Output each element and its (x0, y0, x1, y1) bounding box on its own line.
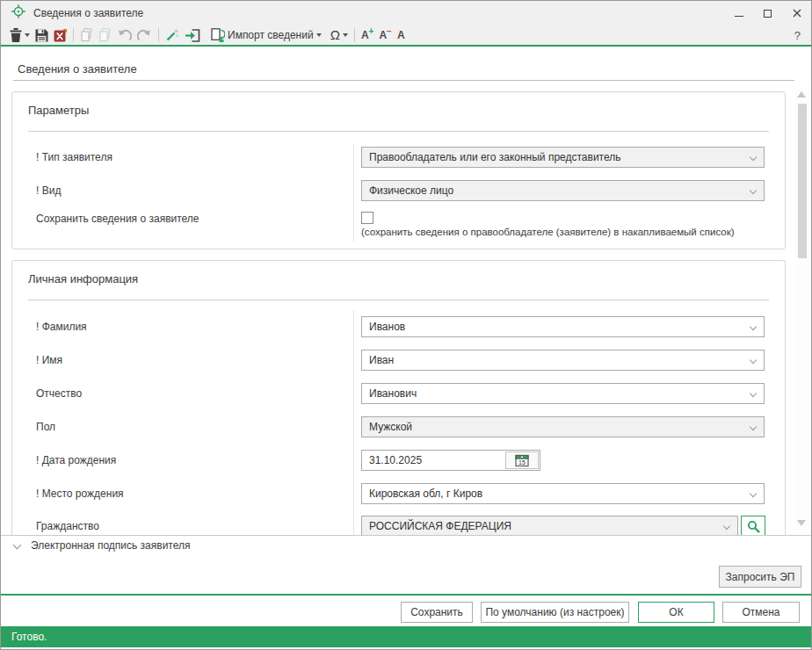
window-title: Сведения о заявителе (33, 7, 143, 19)
column-divider (353, 310, 354, 535)
redo-button-disabled (134, 26, 155, 44)
gender-select: Мужской (361, 416, 765, 437)
chevron-down-icon (750, 154, 757, 161)
chevron-down-icon (750, 490, 757, 497)
chevron-down-icon (750, 187, 757, 194)
birth-date-value: 31.10.2025 (369, 451, 422, 470)
column-divider (353, 143, 354, 242)
help-button[interactable]: ? (794, 29, 801, 42)
maximize-icon (764, 10, 772, 18)
import-info-label: Импорт сведений (228, 29, 314, 41)
panel-divider (28, 131, 769, 132)
citizenship-value: РОССИЙСКАЯ ФЕДЕРАЦИЯ (369, 520, 511, 532)
heading-divider (13, 80, 794, 81)
applicant-type-label: ! Тип заявителя (36, 147, 112, 168)
import-info-button[interactable]: Импорт сведений (208, 26, 324, 44)
parameters-title: Параметры (28, 104, 89, 117)
copy-icon (80, 28, 93, 42)
chevron-down-icon (25, 33, 30, 37)
delete-button[interactable] (7, 26, 33, 44)
minimize-button[interactable] (724, 1, 753, 25)
close-icon (793, 9, 801, 18)
birth-date-input[interactable]: 31.10.2025 15 (361, 450, 540, 471)
signature-section-title: Электронная подпись заявителя (31, 539, 190, 552)
paste-icon (98, 28, 112, 42)
font-letter: A (379, 29, 387, 41)
birth-date-label: ! Дата рождения (36, 450, 116, 471)
copy-button-disabled (77, 26, 96, 44)
close-button[interactable] (782, 1, 811, 25)
first-name-label: ! Имя (36, 350, 62, 371)
paste-button-disabled (96, 26, 114, 44)
save-info-label: Сохранить сведения о заявителе (36, 208, 199, 229)
ok-button[interactable]: ОК (638, 602, 714, 623)
omega-icon: Ω (330, 27, 340, 43)
chevron-down-icon (750, 423, 757, 430)
gender-label: Пол (36, 416, 55, 437)
chevron-down-icon (750, 357, 757, 364)
first-name-input[interactable]: Иван (361, 350, 765, 371)
gender-value: Мужской (369, 421, 412, 433)
font-reset-button[interactable]: A (395, 26, 408, 44)
save-footer-button[interactable]: Сохранить (401, 602, 473, 623)
scroll-down-arrow-icon[interactable] (797, 520, 806, 526)
first-name-value: Иван (369, 354, 394, 366)
toolbar-separator (158, 28, 159, 42)
status-bar: Готово. (1, 626, 811, 647)
scroll-up-arrow-icon[interactable] (797, 91, 806, 98)
plus-icon: + (369, 26, 374, 36)
personal-info-panel: Личная информация ! Фамилия Иванов ! Имя… (11, 260, 786, 535)
search-icon (747, 520, 760, 533)
birth-place-input[interactable]: Кировская обл, г Киров (361, 483, 765, 504)
autofill-button[interactable] (163, 26, 182, 44)
surname-input[interactable]: Иванов (361, 316, 765, 337)
scrollbar-thumb[interactable] (798, 104, 807, 258)
app-target-icon (11, 4, 25, 22)
save-button[interactable] (33, 26, 51, 44)
export-button[interactable] (182, 26, 203, 44)
maximize-button[interactable] (753, 1, 782, 25)
trash-icon (10, 28, 22, 42)
calendar-icon: 15 (515, 454, 529, 467)
kind-value: Физическое лицо (369, 184, 453, 197)
chevron-down-icon (723, 523, 730, 530)
symbol-button[interactable]: Ω (328, 26, 351, 44)
export-arrow-icon (185, 29, 200, 42)
vertical-scrollbar[interactable] (795, 87, 809, 533)
undo-icon (117, 29, 132, 42)
save-info-checkbox[interactable] (361, 212, 373, 224)
signature-section-header[interactable]: Электронная подпись заявителя (1, 536, 811, 559)
applicant-type-select: Правообладатель или его законный предста… (361, 147, 765, 168)
redo-icon (137, 29, 152, 42)
status-text: Готово. (11, 626, 47, 647)
page-title: Сведения о заявителе (18, 62, 137, 76)
minus-icon: − (387, 26, 392, 36)
chevron-down-icon (750, 323, 757, 330)
request-signature-button[interactable]: Запросить ЭП (719, 566, 801, 588)
patronymic-input[interactable]: Иванович (361, 383, 765, 404)
font-decrease-button[interactable]: A− (376, 26, 395, 44)
citizenship-search-button[interactable] (741, 516, 765, 535)
toolbar: Импорт сведений Ω A+ A− A ? (1, 25, 811, 45)
undo-button-disabled (114, 26, 134, 44)
toolbar-accent-line (1, 45, 811, 47)
panel-divider (28, 300, 769, 300)
footer-accent-line (1, 594, 811, 596)
patronymic-value: Иванович (369, 387, 417, 400)
floppy-save-icon (35, 29, 48, 42)
magic-wand-icon (165, 28, 179, 42)
calendar-day-text: 15 (518, 459, 526, 466)
defaults-button[interactable]: По умолчанию (из настроек) (481, 602, 629, 623)
chevron-down-icon (316, 33, 322, 37)
import-document-icon (211, 28, 225, 42)
personal-info-title: Личная информация (28, 272, 138, 285)
calendar-button[interactable]: 15 (505, 451, 539, 469)
parameters-panel: Параметры ! Тип заявителя Правообладател… (11, 91, 786, 249)
toolbar-separator (354, 28, 355, 42)
birth-place-value: Кировская обл, г Киров (369, 488, 482, 500)
font-increase-button[interactable]: A+ (359, 26, 377, 44)
excel-export-button[interactable] (51, 26, 69, 44)
save-info-caption: (сохранить сведения о правообладателе (з… (361, 227, 735, 237)
toolbar-separator (73, 28, 74, 42)
cancel-button[interactable]: Отмена (722, 602, 800, 623)
